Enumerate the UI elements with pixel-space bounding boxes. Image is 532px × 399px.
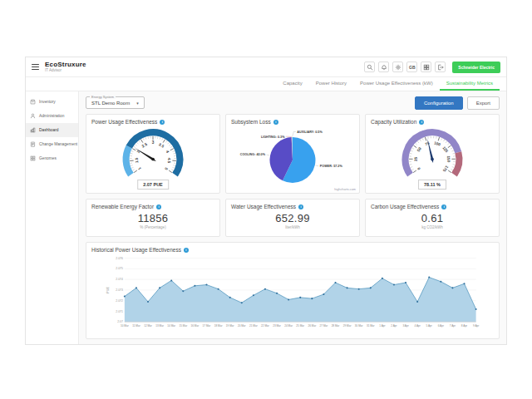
svg-text:6 Apr: 6 Apr: [438, 324, 444, 328]
svg-text:24 Mar: 24 Mar: [284, 324, 293, 328]
apps-icon[interactable]: [421, 62, 431, 72]
pue-gauge-chart: 11.522.533.544.55: [91, 126, 214, 186]
tab-power-usage-effectiveness-kw[interactable]: Power Usage Effectiveness (kW): [353, 77, 440, 91]
card-power-usage-effectiveness: Power Usage Effectiveness 11.522.533.544…: [86, 114, 220, 194]
svg-text:150: 150: [446, 155, 451, 162]
historical-pue-area-chart: 2.072.0712.0722.0732.0742.0752.07610 Mar…: [91, 254, 494, 334]
svg-text:25 Mar: 25 Mar: [296, 324, 304, 328]
svg-text:1.5: 1.5: [135, 157, 139, 163]
tab-sustainability-metrics[interactable]: Sustainability Metrics: [440, 77, 500, 91]
sidebar-item-label: Dashboard: [39, 128, 58, 132]
water-value: 652.99: [231, 212, 354, 224]
genomes-icon: [30, 155, 36, 161]
sidebar-item-administration[interactable]: Administration: [26, 109, 78, 123]
svg-text:13 Mar: 13 Mar: [155, 324, 164, 328]
water-card-title: Water Usage Effectiveness: [231, 204, 296, 209]
svg-text:1 Apr: 1 Apr: [379, 324, 385, 328]
svg-text:100: 100: [434, 140, 441, 146]
svg-text:2.076: 2.076: [116, 257, 123, 260]
svg-text:28 Mar: 28 Mar: [332, 324, 340, 328]
notifications-icon[interactable]: [378, 62, 389, 72]
search-icon[interactable]: [364, 62, 375, 72]
svg-text:21 Mar: 21 Mar: [249, 324, 258, 328]
svg-text:9 Apr: 9 Apr: [473, 324, 479, 328]
svg-text:2.075: 2.075: [116, 267, 123, 270]
sidebar-item-label: Inventory: [39, 100, 56, 104]
svg-text:29 Mar: 29 Mar: [343, 324, 352, 328]
svg-text:4.5: 4.5: [167, 157, 171, 163]
svg-text:22 Mar: 22 Mar: [261, 324, 269, 328]
capacity-card-title: Capacity Utilization: [371, 119, 416, 125]
card-carbon-usage-effectiveness: Carbon Usage Effectiveness 0.61 kg CO2/k…: [365, 199, 500, 237]
sidebar-item-dashboard[interactable]: Dashboard: [26, 123, 78, 137]
svg-text:12 Mar: 12 Mar: [144, 324, 152, 328]
chevron-down-icon: ▾: [136, 101, 139, 106]
svg-text:1: 1: [137, 166, 142, 170]
logo: EcoStruxure IT Advisor: [45, 62, 86, 73]
carbon-unit: kg CO2/kWh: [371, 225, 494, 229]
water-unit: liter/kWh: [231, 225, 354, 229]
sidebar-item-change-management[interactable]: Change Management: [26, 137, 78, 151]
subsystem-loss-pie-chart: POWER: 57.2%COOLING: 42.0%AUXILIARY: 0.5…: [231, 125, 354, 190]
info-icon[interactable]: [156, 204, 161, 209]
svg-text:COOLING: 42.0%: COOLING: 42.0%: [240, 153, 266, 156]
svg-text:3 Apr: 3 Apr: [402, 324, 408, 328]
body-row: InventoryAdministrationDashboardChange M…: [26, 91, 506, 344]
info-icon[interactable]: [419, 120, 424, 125]
sidebar-item-genomes[interactable]: Genomes: [26, 151, 78, 165]
info-icon[interactable]: [441, 204, 446, 209]
menu-icon[interactable]: [32, 64, 39, 71]
topbar-actions: GB Schneider Electric: [364, 62, 500, 73]
info-icon[interactable]: [298, 204, 303, 209]
app-window: EcoStruxure IT Advisor GB Schneider Elec…: [25, 57, 507, 345]
svg-text:30 Mar: 30 Mar: [355, 324, 363, 328]
svg-text:10 Mar: 10 Mar: [121, 324, 129, 328]
sidebar-item-label: Genomes: [39, 156, 57, 160]
svg-text:25: 25: [414, 156, 418, 161]
main-content: Energy System STL Demo Room ▾ Configurat…: [79, 91, 506, 344]
svg-text:11 Mar: 11 Mar: [132, 324, 140, 328]
svg-text:PUE: PUE: [106, 287, 110, 293]
highcharts-credit-link[interactable]: highcharts.com: [334, 188, 356, 191]
svg-text:50: 50: [416, 146, 422, 152]
schneider-logo-button[interactable]: Schneider Electric: [452, 62, 500, 73]
svg-text:19 Mar: 19 Mar: [226, 324, 234, 328]
card-title-row: Renewable Energy Factor: [91, 204, 214, 209]
svg-text:27 Mar: 27 Mar: [320, 324, 328, 328]
renewable-unit: % (Percentage): [91, 225, 214, 229]
tab-power-history[interactable]: Power History: [309, 77, 353, 91]
svg-text:16 Mar: 16 Mar: [191, 324, 200, 328]
energy-system-select[interactable]: Energy System STL Demo Room ▾: [86, 96, 145, 109]
user-initials-badge[interactable]: GB: [406, 62, 417, 72]
dashboard-icon: [30, 127, 36, 133]
card-capacity-utilization: Capacity Utilization 0255075100125150175…: [365, 114, 500, 194]
svg-text:17 Mar: 17 Mar: [203, 324, 211, 328]
info-icon[interactable]: [160, 120, 165, 125]
svg-text:AUXILIARY: 0.5%: AUXILIARY: 0.5%: [297, 131, 323, 134]
configuration-button[interactable]: Configuration: [415, 96, 463, 110]
tab-bar: CapacityPower HistoryPower Usage Effecti…: [26, 77, 506, 91]
svg-text:2.5: 2.5: [141, 142, 148, 149]
svg-text:4 Apr: 4 Apr: [415, 324, 421, 328]
svg-text:2.073: 2.073: [116, 288, 123, 292]
energy-system-label: Energy System: [90, 96, 116, 99]
renewable-card-title: Renewable Energy Factor: [91, 204, 154, 209]
svg-text:LIGHTING: 0.3%: LIGHTING: 0.3%: [261, 135, 285, 139]
svg-text:175: 175: [442, 165, 450, 173]
svg-text:2.07: 2.07: [117, 320, 123, 323]
svg-text:2.071: 2.071: [116, 310, 123, 313]
svg-text:5 Apr: 5 Apr: [426, 324, 432, 328]
capacity-value-badge: 78.11 %: [418, 180, 446, 190]
sidebar-item-inventory[interactable]: Inventory: [26, 95, 78, 109]
inventory-icon: [30, 99, 36, 105]
logout-icon[interactable]: [435, 62, 446, 72]
sidebar: InventoryAdministrationDashboardChange M…: [26, 91, 79, 344]
settings-icon[interactable]: [392, 62, 403, 72]
info-icon[interactable]: [184, 248, 189, 253]
info-icon[interactable]: [273, 120, 278, 125]
export-button[interactable]: Export: [467, 96, 500, 110]
tab-capacity[interactable]: Capacity: [276, 77, 308, 91]
svg-text:0: 0: [416, 166, 421, 170]
card-title-row: Carbon Usage Effectiveness: [371, 204, 494, 209]
svg-text:3: 3: [152, 140, 155, 145]
